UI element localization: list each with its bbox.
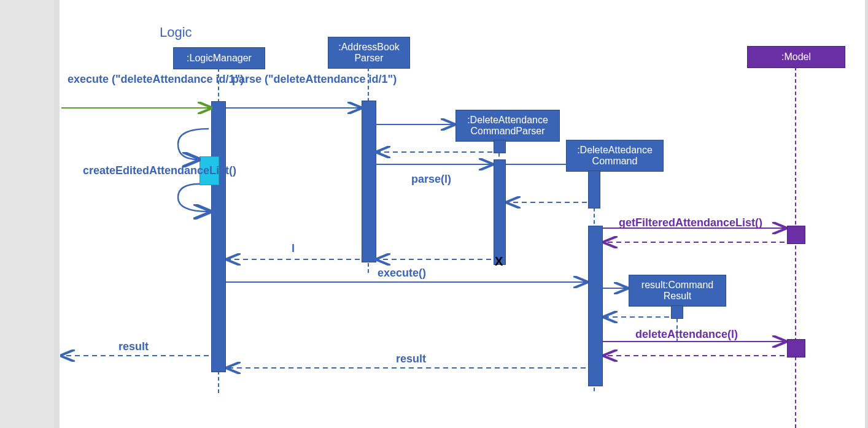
msg-parse-l: parse(l) <box>411 173 451 186</box>
lifeline-line-model <box>795 67 796 428</box>
lifeline-delete-attendance-command-parser: :DeleteAttendance CommandParser <box>455 110 560 142</box>
msg-delete-attendance: deleteAttendance(l) <box>635 328 738 341</box>
msg-parse-cmd: parse ("deleteAttendance id/1") <box>232 73 397 86</box>
activation-addressbook-parser <box>362 101 376 262</box>
lifeline-delete-attendance-command: :DeleteAttedance Command <box>566 140 664 172</box>
activation-model-get <box>787 226 805 244</box>
page-edge-right <box>865 0 868 428</box>
diagram-canvas: Logic :LogicManager :AddressBook Parser … <box>0 0 868 428</box>
msg-execute: execute() <box>378 267 426 280</box>
activation-model-delete <box>787 339 805 357</box>
msg-result-out: result <box>118 340 149 353</box>
msg-execute-in: execute ("deleteAttendance id/1") <box>68 73 244 86</box>
diagram-title: Logic <box>160 25 192 40</box>
lifeline-addressbook-parser: :AddressBook Parser <box>328 37 410 69</box>
lifeline-model: :Model <box>747 46 845 68</box>
lifeline-command-result: result:Command Result <box>629 275 726 307</box>
activation-dacp-main <box>494 159 506 265</box>
activation-dac-execute <box>588 226 603 386</box>
activation-logic-manager <box>211 101 226 372</box>
msg-get-filtered: getFilteredAttendanceList() <box>619 216 762 229</box>
activation-cr <box>671 305 683 319</box>
msg-result-back: result <box>396 353 426 365</box>
msg-create-edited: createEditedAttendanceList() <box>83 164 236 177</box>
page-edge-left <box>54 0 60 428</box>
activation-dac-create <box>588 170 600 208</box>
activation-dacp-head <box>494 140 506 153</box>
destroy-mark: X <box>495 254 503 269</box>
msg-return-l: l <box>292 242 295 255</box>
lifeline-logic-manager: :LogicManager <box>173 47 265 69</box>
